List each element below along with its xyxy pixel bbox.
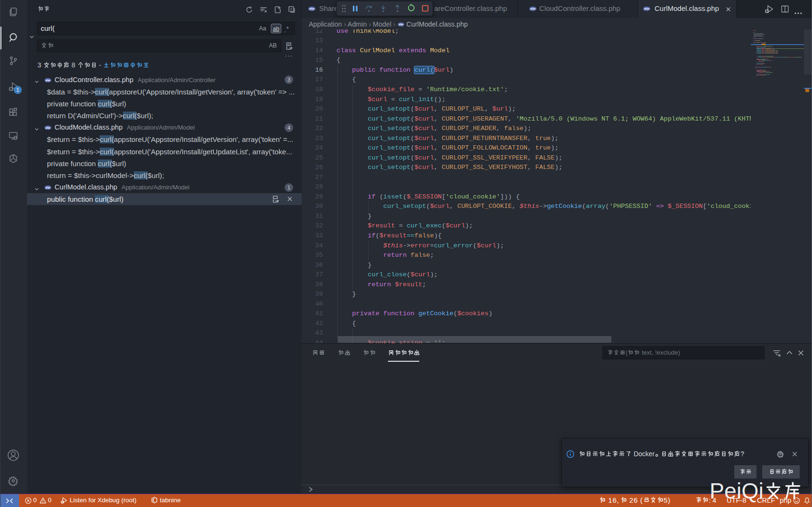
svg-text:php: php xyxy=(398,23,403,26)
svg-text:php: php xyxy=(45,78,50,81)
svg-text:php: php xyxy=(530,7,535,10)
svg-text:php: php xyxy=(644,7,649,10)
svg-text:php: php xyxy=(45,126,50,129)
svg-text:php: php xyxy=(45,186,50,189)
svg-text:php: php xyxy=(309,7,314,10)
svg-text:ab: ab xyxy=(287,43,290,46)
